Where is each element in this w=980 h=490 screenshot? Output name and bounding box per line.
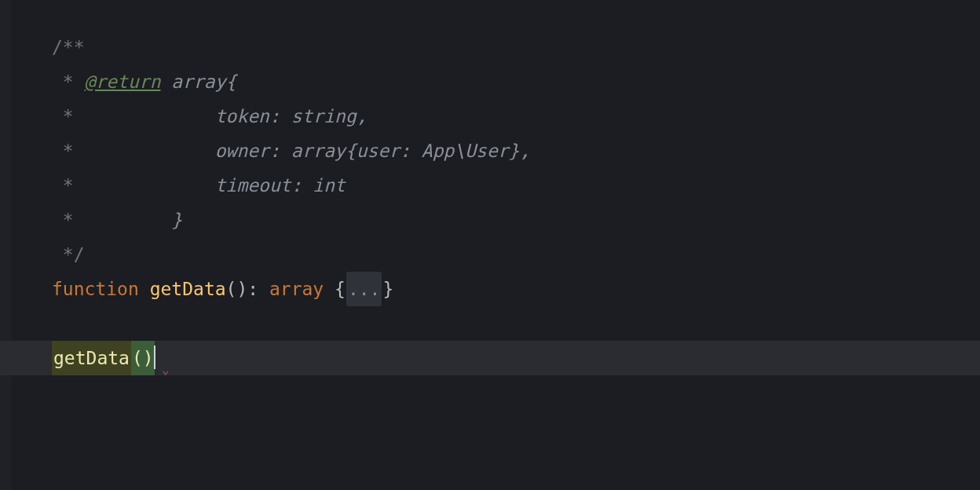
code-line-empty[interactable] [0, 306, 980, 341]
docblock-star: * [52, 210, 171, 230]
docblock-tag-return: @return [85, 71, 161, 92]
code-line[interactable]: /** [0, 30, 980, 64]
paren-colon: (): [226, 279, 269, 299]
code-line[interactable]: */ [0, 237, 980, 272]
code-line[interactable]: * @return array{ [0, 64, 980, 99]
code-line[interactable]: function getData(): array {...} [0, 272, 980, 306]
return-type: array [269, 279, 324, 299]
code-editor[interactable]: /** * @return array{ * token: string, * … [0, 0, 980, 490]
space [139, 279, 150, 299]
docblock-star: * [52, 71, 85, 92]
code-line[interactable]: * token: string, [0, 99, 980, 133]
code-line-current[interactable]: getData()⌄ [0, 341, 980, 375]
docblock-open: /** [52, 37, 85, 57]
function-name: getData [150, 279, 226, 299]
code-line[interactable]: * owner: array{user: App\User}, [0, 133, 980, 168]
code-line[interactable]: * timeout: int [0, 168, 980, 203]
docblock-star: * [52, 175, 215, 196]
code-line[interactable]: * } [0, 203, 980, 237]
docblock-close: */ [52, 244, 85, 265]
call-expression-name: getData [52, 341, 131, 375]
call-expression-parens: () [131, 341, 155, 375]
brace-open: { [324, 279, 346, 299]
docblock-text: owner: array{user: App\User}, [215, 141, 531, 161]
brace-close: } [382, 279, 393, 299]
docblock-star: * [52, 106, 215, 126]
docblock-text: array{ [160, 71, 236, 92]
keyword-function: function [52, 279, 139, 299]
text-caret [154, 346, 155, 369]
docblock-text: } [171, 210, 182, 230]
code-fold-ellipsis[interactable]: ... [346, 272, 382, 306]
error-squiggle-icon: ⌄ [162, 366, 170, 374]
docblock-star: * [52, 141, 215, 161]
docblock-text: token: string, [215, 106, 368, 126]
editor-gutter [0, 0, 11, 490]
docblock-text: timeout: int [215, 175, 346, 196]
